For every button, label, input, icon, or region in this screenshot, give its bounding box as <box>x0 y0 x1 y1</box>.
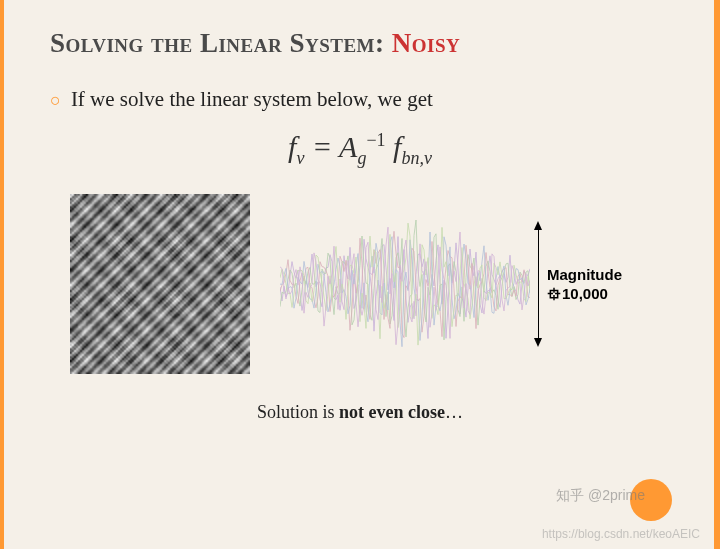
slide-content: Solving the Linear System: Noisy ○ If we… <box>0 0 720 443</box>
magnitude-arrow <box>538 229 539 339</box>
wave-plot <box>280 209 530 359</box>
figure-row: Magnitude ⯐10,000 <box>50 194 670 374</box>
caption: Solution is not even close… <box>50 402 670 423</box>
eq-A-sup: −1 <box>366 130 385 150</box>
accent-bar-left <box>0 0 4 549</box>
wave-area: Magnitude ⯐10,000 <box>280 209 622 359</box>
magnitude-title: Magnitude <box>547 265 622 285</box>
eq-sign: = <box>304 130 339 163</box>
bullet-text: If we solve the linear system below, we … <box>71 87 433 112</box>
accent-bar-right <box>714 0 720 549</box>
noise-pattern-image <box>70 194 250 374</box>
eq-rhs-base: f <box>386 130 402 163</box>
caption-pre: Solution is <box>257 402 339 422</box>
title-accent: Noisy <box>392 28 460 58</box>
eq-A: A <box>339 130 357 163</box>
title-main: Solving the Linear System: <box>50 28 392 58</box>
caption-strong: not even close <box>339 402 445 422</box>
bullet-row: ○ If we solve the linear system below, w… <box>50 87 670 112</box>
watermark-zhihu: 知乎 @2prime <box>556 487 645 505</box>
magnitude-value: ⯐10,000 <box>547 284 622 304</box>
bullet-icon: ○ <box>50 91 61 109</box>
caption-post: … <box>445 402 463 422</box>
watermark-csdn: https://blog.csdn.net/keoAEIC <box>542 527 700 541</box>
eq-A-sub: g <box>357 148 366 168</box>
slide-title: Solving the Linear System: Noisy <box>50 28 670 59</box>
equation: fv = Ag−1 fbn,v <box>50 130 670 169</box>
magnitude-label: Magnitude ⯐10,000 <box>547 265 622 304</box>
eq-rhs-sub: bn,v <box>401 148 432 168</box>
